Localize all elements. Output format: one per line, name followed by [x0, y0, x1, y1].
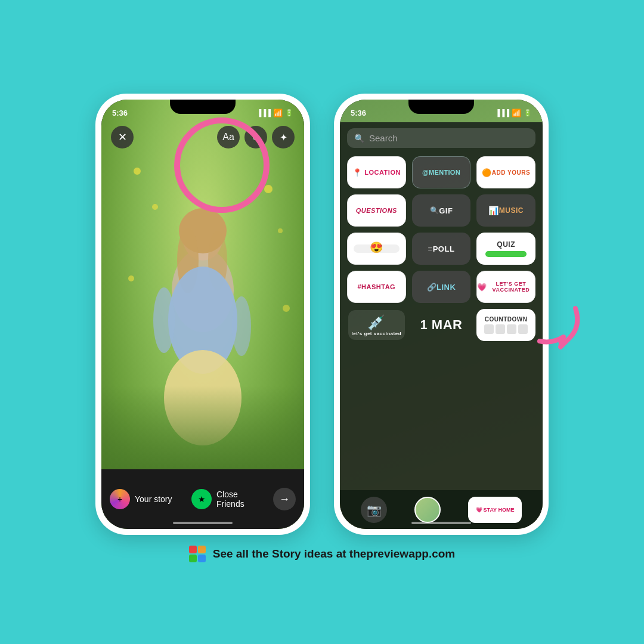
sticker-music[interactable]: 📊 MUSIC	[476, 194, 535, 227]
svg-point-5	[283, 305, 290, 312]
svg-point-0	[134, 168, 141, 175]
sticker-date[interactable]: 1 MAR	[412, 309, 471, 341]
quiz-answer-bar	[485, 251, 527, 257]
sticker-lets-vaccinated[interactable]: 💉 let's get vaccinated	[347, 309, 406, 341]
close-friends-option[interactable]: ★ Close Friends	[191, 489, 267, 509]
link-label: LINK	[436, 283, 456, 292]
grid-cell-red	[189, 546, 197, 553]
quiz-label: QUIZ	[497, 240, 515, 249]
addyours-icon: 🟠	[482, 168, 492, 177]
svg-point-1	[152, 204, 158, 210]
left-time: 5:36	[112, 109, 128, 117]
left-status-icons: ▐▐▐ 📶 🔋	[257, 109, 293, 117]
vaccinated-heart-icon: 💗	[477, 283, 487, 292]
hashtag-label: #HASHTAG	[357, 283, 395, 290]
location-pin-icon: 📍	[352, 168, 363, 177]
countdown-block-2	[496, 324, 505, 334]
svg-point-13	[232, 296, 251, 356]
poll-label: POLL	[433, 244, 455, 253]
your-story-option[interactable]: + Your story	[110, 489, 185, 509]
right-wifi-icon: 📶	[512, 109, 521, 117]
grid-cell-orange	[198, 546, 206, 553]
emoji-slider-thumb: 😍	[370, 241, 383, 254]
right-signal-icon: ▐▐▐	[496, 109, 509, 116]
right-home-indicator	[411, 522, 471, 524]
footer: See all the Story ideas at thepreviewapp…	[189, 546, 456, 562]
sticker-hashtag[interactable]: #HASHTAG	[347, 271, 406, 303]
search-icon: 🔍	[354, 134, 364, 143]
left-phone-screen: 5:36 ▐▐▐ 📶 🔋 ✕ Aa ☺ ✦	[101, 100, 304, 529]
sticker-questions[interactable]: QUESTIONS	[347, 194, 406, 227]
preview-app-icon	[189, 546, 206, 562]
music-bars-icon: 📊	[488, 206, 499, 215]
countdown-block-3	[507, 324, 516, 334]
pink-arrow	[534, 302, 581, 352]
svg-point-12	[153, 287, 175, 353]
sticker-link[interactable]: 🔗 LINK	[412, 271, 471, 303]
left-phone: 5:36 ▐▐▐ 📶 🔋 ✕ Aa ☺ ✦	[95, 94, 310, 535]
sticker-grid: 📍 LOCATION @MENTION 🟠 ADD YOURS	[347, 156, 535, 341]
stayhome-heart-icon: 💗	[476, 507, 482, 513]
left-home-indicator	[173, 522, 233, 524]
close-friends-avatar: ★	[191, 489, 212, 509]
link-icon: 🔗	[427, 283, 437, 292]
your-story-label: Your story	[135, 494, 172, 504]
vaccinated-label: LET'S GET VACCINATED	[487, 281, 535, 293]
left-status-bar: 5:36 ▐▐▐ 📶 🔋	[101, 100, 304, 122]
grid-cell-blue	[198, 555, 206, 562]
right-time: 5:36	[351, 109, 366, 117]
countdown-block-4	[518, 324, 528, 334]
lets-vaccinated-content: 💉 let's get vaccinated	[348, 310, 405, 340]
battery-icon: 🔋	[285, 109, 293, 117]
addyours-label: ADD YOURS	[492, 169, 530, 176]
music-label: MUSIC	[499, 206, 524, 215]
text-tool-button[interactable]: Aa	[217, 126, 240, 148]
close-button[interactable]: ✕	[111, 126, 134, 148]
share-bar: + Your story ★ Close Friends →	[101, 469, 304, 529]
poll-icon: ≡	[428, 244, 433, 253]
sticker-panel: 🔍 Search 📍 LOCATION @MENTION	[340, 122, 543, 529]
wifi-icon: 📶	[273, 109, 283, 117]
close-friends-label: Close Friends	[216, 490, 267, 509]
sticker-quiz[interactable]: QUIZ	[476, 233, 535, 265]
sticker-add-yours[interactable]: 🟠 ADD YOURS	[476, 156, 535, 188]
share-arrow-button[interactable]: →	[273, 488, 296, 510]
search-placeholder: Search	[369, 133, 398, 143]
right-status-bar: 5:36 ▐▐▐ 📶 🔋	[340, 100, 543, 122]
phones-container: 5:36 ▐▐▐ 📶 🔋 ✕ Aa ☺ ✦	[95, 94, 549, 535]
stayhome-label: STAY HOME	[484, 507, 515, 513]
signal-icon: ▐▐▐	[257, 109, 271, 116]
svg-point-2	[264, 185, 273, 193]
sticker-vaccinated[interactable]: 💗 LET'S GET VACCINATED	[476, 271, 535, 303]
sticker-search-bar[interactable]: 🔍 Search	[347, 128, 535, 148]
mention-label: @MENTION	[422, 169, 460, 176]
location-label: LOCATION	[364, 169, 401, 176]
stay-home-sticker[interactable]: 💗 STAY HOME	[468, 497, 522, 523]
countdown-label: COUNTDOWN	[485, 316, 528, 323]
svg-point-4	[128, 275, 134, 281]
sticker-poll[interactable]: ≡ POLL	[412, 233, 471, 265]
right-battery-icon: 🔋	[524, 109, 532, 117]
toolbar-icons-group: Aa ☺ ✦	[217, 126, 295, 148]
gif-search-icon: 🔍	[430, 206, 439, 215]
sticker-tool-button[interactable]: ☺	[244, 126, 267, 148]
effects-tool-button[interactable]: ✦	[272, 126, 295, 148]
camera-button[interactable]: 📷	[361, 497, 387, 523]
sticker-countdown[interactable]: COUNTDOWN	[476, 309, 535, 341]
story-toolbar: ✕ Aa ☺ ✦	[101, 126, 304, 148]
sticker-gif[interactable]: 🔍 GIF	[412, 194, 471, 227]
footer-text: See all the Story ideas at thepreviewapp…	[213, 547, 456, 561]
sticker-emoji-slider[interactable]: 😍	[347, 233, 406, 265]
emoji-slider-track: 😍	[354, 244, 400, 253]
date-label: 1 MAR	[420, 317, 463, 333]
sticker-location[interactable]: 📍 LOCATION	[347, 156, 406, 188]
countdown-block-1	[484, 324, 494, 334]
photo-background	[101, 100, 304, 529]
svg-point-3	[278, 228, 283, 233]
grid-cell-green	[189, 555, 197, 562]
right-status-icons: ▐▐▐ 📶 🔋	[496, 109, 532, 117]
sticker-mention[interactable]: @MENTION	[412, 156, 471, 188]
pink-arrow-svg	[534, 302, 581, 350]
lets-vaccinated-text: let's get vaccinated	[352, 331, 402, 336]
camera-glyph: 📷	[367, 503, 382, 517]
